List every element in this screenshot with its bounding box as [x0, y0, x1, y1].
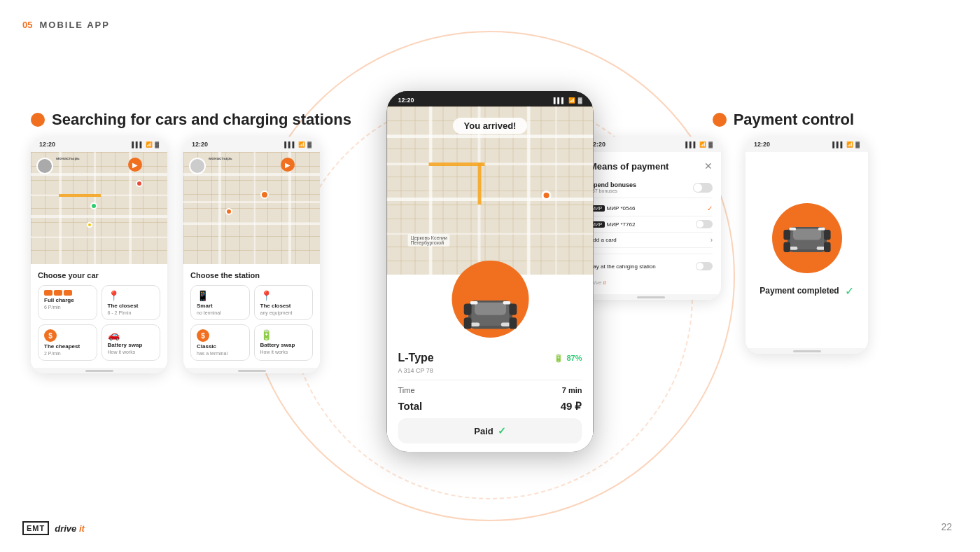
main-wifi-icon: 📶 — [568, 97, 575, 104]
option-full-charge[interactable]: Full charge 6 P/min — [38, 285, 97, 320]
option2-name: The closest — [108, 303, 139, 309]
paid-label: Paid — [474, 426, 493, 436]
battery-icon4: ▓ — [708, 142, 713, 148]
card2-toggle-dot — [696, 221, 704, 228]
section-dot-right — [713, 113, 727, 127]
add-card-row[interactable]: Add a card › — [589, 233, 713, 248]
footer-logos: EMT drive it — [22, 521, 85, 535]
map1-road-h4 — [31, 236, 167, 238]
svg-rect-14 — [789, 247, 797, 250]
pay-station-label: Pay at the cahrging station — [589, 263, 656, 270]
option4-sub: How it works — [108, 350, 136, 354]
spend-bonuses-row: Spend bonuses 457 bonuses — [589, 177, 713, 198]
phone2-map: ▶ монастырь — [183, 152, 320, 264]
signal-icon: ▌▌▌ — [132, 142, 144, 148]
payment-header-row: Means of payment ✕ — [589, 160, 713, 172]
map2-road-v1 — [218, 152, 221, 264]
time-label: Time — [398, 386, 415, 394]
station-option1-sub: no terminal — [197, 310, 221, 315]
pay-station-toggle[interactable] — [696, 262, 713, 270]
svg-rect-3 — [470, 323, 479, 326]
option-classic[interactable]: $ Classic has a terminal — [190, 324, 250, 361]
phone5-icons: ▌▌▌ 📶 ▓ — [832, 142, 860, 148]
svg-rect-9 — [463, 317, 471, 329]
map2-avatar — [189, 158, 206, 174]
closest-car-icon: 📍 — [108, 290, 120, 301]
station-option2-name: The closest — [260, 303, 291, 309]
option-smart[interactable]: 📱 Smart no terminal — [190, 285, 250, 320]
map1-road-v1 — [59, 152, 62, 264]
phone1-map: ▶ монастырь — [31, 152, 167, 264]
map1-label: монастырь — [56, 156, 80, 160]
emt-logo: EMT — [22, 521, 49, 535]
map1-marker-red — [136, 180, 143, 187]
svg-rect-13 — [793, 228, 821, 240]
card2-toggle[interactable] — [696, 220, 713, 228]
svg-rect-8 — [509, 304, 517, 315]
completed-content: Payment completed ✓ — [746, 152, 868, 348]
completed-car-svg — [779, 217, 835, 259]
card-row-2[interactable]: МИР МИР *7762 — [589, 216, 713, 233]
smart-icon: 📱 — [197, 290, 209, 301]
option-closest-car[interactable]: 📍 The closest 6 - 2 P/min — [102, 285, 161, 320]
battery-percent: 87% — [566, 354, 582, 362]
option2-sub: 6 - 2 P/min — [108, 310, 132, 315]
option-cheapest[interactable]: $ The cheapest 2 P/min — [38, 324, 97, 361]
spend-bonuses-label: Spend bonuses — [589, 181, 636, 188]
phone-card-1: 12:20 ▌▌▌ 📶 ▓ ▶ монастырь Choose your ca — [31, 137, 167, 373]
spend-bonuses-toggle[interactable] — [693, 183, 713, 193]
phone2-title: Choose the station — [190, 271, 313, 280]
wifi-icon4: 📶 — [699, 142, 706, 148]
option1-name: Full charge — [44, 297, 74, 303]
phone2-icons: ▌▌▌ 📶 ▓ — [284, 142, 312, 148]
map2-marker-orange — [260, 191, 269, 199]
completed-text-row: Payment completed ✓ — [760, 284, 853, 298]
total-label: Total — [398, 400, 423, 413]
battery-icon2: ▓ — [307, 142, 312, 148]
station-option1-name: Smart — [197, 303, 213, 309]
station-option3-sub: has a terminal — [197, 351, 227, 356]
phone1-car-select: Choose your car Full charge 6 P/min 📍 Th… — [31, 264, 167, 368]
phone2-header: 12:20 ▌▌▌ 📶 ▓ — [183, 137, 320, 152]
phone4-home-bar — [581, 294, 721, 300]
phone-card-5: 12:20 ▌▌▌ 📶 ▓ Payment comp — [746, 137, 868, 354]
station-option4-sub: How it works — [260, 350, 288, 354]
close-payment-button[interactable]: ✕ — [704, 160, 713, 172]
arrived-banner: You arrived! — [453, 118, 528, 134]
option-battery-swap-car[interactable]: 🚗 Battery swap How it works — [102, 324, 161, 361]
phone1-time: 12:20 — [39, 141, 55, 148]
card2-number: МИР *7762 — [607, 221, 636, 228]
main-orange-road2 — [478, 163, 482, 205]
station-option2-sub: any equipment — [260, 310, 293, 315]
svg-rect-16 — [789, 227, 796, 230]
option-battery-swap-station[interactable]: 🔋 Battery swap How it works — [254, 324, 314, 361]
battery-info: 🔋 87% — [554, 354, 582, 363]
payment-content: Means of payment ✕ Spend bonuses 457 bon… — [581, 152, 721, 294]
main-phone-icons: ▌▌▌ 📶 ▓ — [554, 97, 582, 104]
church-label: Церковь КсенииПетербургской — [408, 234, 450, 247]
phone2-station-select: Choose the station 📱 Smart no terminal 📍… — [183, 264, 320, 368]
cheapest-icon: $ — [44, 329, 57, 342]
section-title: MOBILE APP — [39, 20, 109, 30]
svg-rect-6 — [503, 301, 510, 305]
car-svg-main — [458, 289, 522, 338]
driveit-logo: drive it — [589, 280, 713, 286]
map2-label: монастырь — [209, 156, 232, 160]
main-road-h1 — [387, 134, 594, 138]
svg-rect-2 — [475, 303, 506, 315]
battery-swap-car-icon: 🚗 — [108, 329, 120, 340]
map1-avatar — [36, 158, 53, 174]
paid-button[interactable]: Paid ✓ — [398, 418, 582, 443]
phone-card-2: 12:20 ▌▌▌ 📶 ▓ ▶ монастырь Choose the sta… — [183, 137, 320, 373]
option-closest-station[interactable]: 📍 The closest any equipment — [254, 285, 314, 320]
main-phone-notch — [462, 91, 518, 104]
card-row-1[interactable]: МИР МИР *0546 ✓ — [589, 201, 713, 216]
station-option4-name: Battery swap — [260, 342, 295, 348]
spend-bonuses-info: Spend bonuses 457 bonuses — [589, 181, 636, 193]
phone1-header: 12:20 ▌▌▌ 📶 ▓ — [31, 137, 167, 152]
main-phone-content: L-Type 🔋 87% A 314 CP 78 Time 7 min Tota… — [387, 275, 594, 452]
phone4-icons: ▌▌▌ 📶 ▓ — [685, 142, 713, 148]
phone2-options-grid: 📱 Smart no terminal 📍 The closest any eq… — [190, 285, 313, 361]
main-phone-time: 12:20 — [398, 97, 414, 104]
completed-text-label: Payment completed — [760, 286, 839, 296]
